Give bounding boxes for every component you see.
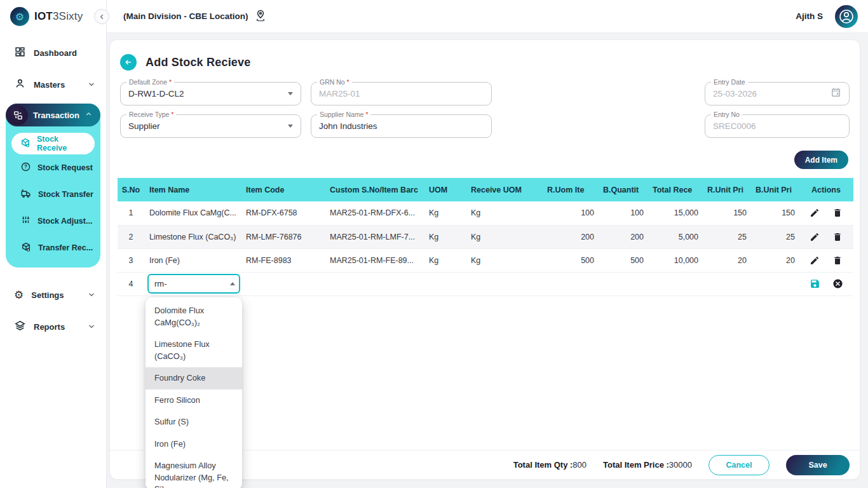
- brand-gear-icon: ⚙: [10, 7, 29, 26]
- person-icon: [14, 78, 26, 92]
- location-pin-icon[interactable]: [254, 9, 267, 24]
- svg-text:?: ?: [24, 164, 27, 170]
- sidebar-label-settings: Settings: [31, 290, 79, 300]
- card-body: Add Stock Recieve Default Zone * D-RW1-D…: [110, 40, 860, 450]
- table-edit-row: 4 Dolomite Flux CaMg(CO₃)₂ Limestone Flu…: [118, 272, 853, 295]
- sidebar-item-dashboard[interactable]: Dashboard: [0, 41, 106, 65]
- grn-no-field: GRN No * MAR25-01: [311, 82, 492, 105]
- question-circle-icon: ?: [20, 161, 31, 174]
- dropdown-option[interactable]: Dolomite Flux CaMg(CO₃)₂: [146, 300, 242, 334]
- cell-b-unit-price: 150: [750, 201, 799, 225]
- cell-item-code: RM-LMF-76876: [241, 225, 325, 248]
- sidebar-item-settings[interactable]: ⚙ Settings: [0, 283, 106, 307]
- sidebar-item-transaction[interactable]: Transaction: [6, 104, 100, 126]
- cell-receive-uom: Kg: [466, 201, 542, 225]
- total-qty-value: 800: [573, 460, 587, 470]
- title-row: Add Stock Recieve: [120, 54, 852, 71]
- cell-receive-uom: Kg: [466, 225, 542, 248]
- total-price-value: 30000: [669, 460, 692, 470]
- entry-no-label: Entry No: [714, 111, 740, 118]
- sidebar-item-stock-adjust[interactable]: Stock Adjust...: [6, 208, 100, 234]
- sidebar-item-stock-receive[interactable]: Stock Receive: [11, 133, 95, 154]
- sidebar-item-stock-request[interactable]: ? Stock Request: [6, 154, 100, 181]
- col-r-unit-price: R.Unit Pri: [702, 178, 750, 201]
- col-r-uom: R.Uom Ite: [542, 178, 598, 201]
- cell-barcode: MAR25-01-RM-LMF-7...: [325, 225, 424, 248]
- username: Ajith S: [796, 11, 823, 21]
- cell-total: 10,000: [648, 248, 702, 272]
- cell-b-unit-price: 20: [750, 248, 799, 272]
- save-row-button[interactable]: [808, 278, 821, 290]
- cell-r-unit-price: 25: [702, 225, 750, 248]
- sliders-icon: [20, 215, 31, 227]
- calendar-icon[interactable]: [831, 87, 841, 100]
- dropdown-option[interactable]: Limestone Flux (CaCO₃): [146, 334, 242, 367]
- col-total: Total Rece: [648, 178, 702, 201]
- dropdown-option[interactable]: Ferro Silicon: [146, 390, 242, 412]
- delete-row-button[interactable]: [831, 207, 844, 219]
- entry-no-value: SREC0006: [713, 121, 841, 131]
- delete-row-button[interactable]: [831, 254, 844, 267]
- transaction-group: Transaction Stock Receive ? Stock Reques…: [6, 104, 100, 268]
- delete-row-button[interactable]: [831, 231, 844, 243]
- cell-receive-uom: Kg: [466, 248, 542, 272]
- sidebar-item-masters[interactable]: Masters: [0, 72, 106, 97]
- layers-icon: [14, 320, 26, 334]
- sidebar-label-stock-adjust: Stock Adjust...: [37, 217, 92, 226]
- sidebar-label-dashboard: Dashboard: [34, 48, 96, 58]
- user-avatar[interactable]: [835, 5, 858, 28]
- sidebar-item-stock-transfer[interactable]: Stock Transfer: [6, 181, 100, 208]
- col-b-unit-price: B.Unit Pri: [750, 178, 799, 201]
- add-item-row: Add Item: [118, 151, 848, 169]
- cell-r-uom: 100: [542, 201, 598, 225]
- sidebar-label-stock-receive: Stock Receive: [37, 135, 88, 152]
- cancel-button[interactable]: Cancel: [709, 455, 770, 475]
- back-button[interactable]: [120, 54, 137, 71]
- required-asterisk: *: [169, 78, 172, 86]
- entry-no-field: Entry No SREC0006: [705, 114, 850, 138]
- form-row-2: Receive Type * Supplier Supplier Name * …: [120, 114, 850, 138]
- gear-icon: ⚙: [14, 288, 24, 302]
- dashboard-grid-icon: [14, 46, 26, 60]
- cell-item-name: Limestone Flux (CaCO₃): [144, 225, 241, 248]
- receive-type-select[interactable]: Receive Type * Supplier: [120, 114, 301, 138]
- cell-item-code: RM-FE-8983: [241, 248, 325, 272]
- save-button[interactable]: Save: [786, 455, 850, 475]
- item-dropdown: Dolomite Flux CaMg(CO₃)₂ Limestone Flux …: [146, 297, 242, 488]
- edit-row-button[interactable]: [808, 207, 821, 219]
- cell-b-quantity: 200: [598, 225, 648, 248]
- supplier-name-field[interactable]: Supplier Name * John Industries: [311, 114, 492, 138]
- collapse-sidebar-button[interactable]: [94, 9, 109, 24]
- dropdown-option[interactable]: Sulfur (S): [146, 411, 242, 433]
- entry-date-value: 25-03-2026: [713, 89, 831, 98]
- cell-r-unit-price: 20: [702, 248, 750, 272]
- add-item-button[interactable]: Add Item: [794, 151, 848, 169]
- form-row-1: Default Zone * D-RW1-D-CL2 GRN No * MAR2…: [120, 82, 850, 105]
- dropdown-option-highlighted[interactable]: Foundry Coke: [146, 367, 242, 390]
- sidebar-item-reports[interactable]: Reports: [0, 315, 106, 339]
- required-asterisk: *: [365, 111, 368, 118]
- cancel-row-button[interactable]: [831, 278, 844, 290]
- sidebar-item-transfer-rec[interactable]: Transfer Rec...: [6, 234, 100, 261]
- sidebar-label-stock-transfer: Stock Transfer: [38, 190, 93, 199]
- col-actions: Actions: [799, 178, 853, 201]
- cell-sno: 1: [118, 201, 144, 225]
- dropdown-option[interactable]: Magnesium Alloy Nodularizer (Mg, Fe, Si): [146, 455, 242, 488]
- total-price-label: Total Item Price :: [603, 460, 669, 470]
- col-item-code: Item Code: [241, 178, 325, 201]
- edit-row-button[interactable]: [808, 231, 821, 243]
- truck-icon: [20, 188, 32, 201]
- sidebar: ⚙ IOT3Sixty Dashboard Masters Transactio…: [0, 0, 107, 488]
- right-column: (Main Division - CBE Location) Ajith S A…: [107, 0, 868, 488]
- edit-row-button[interactable]: [808, 254, 821, 267]
- receive-type-label: Receive Type: [129, 111, 169, 118]
- default-zone-select[interactable]: Default Zone * D-RW1-D-CL2: [120, 82, 301, 105]
- total-price: Total Item Price :30000: [603, 460, 692, 470]
- cell-sno: 2: [118, 225, 144, 248]
- cell-uom: Kg: [424, 225, 466, 248]
- cell-barcode: MAR25-01-RM-FE-89...: [325, 248, 424, 272]
- cell-uom: Kg: [424, 248, 466, 272]
- dropdown-option[interactable]: Iron (Fe): [146, 433, 242, 456]
- item-search-input[interactable]: [147, 274, 240, 294]
- sidebar-nav: Dashboard Masters Transaction Stock Rece…: [0, 33, 106, 339]
